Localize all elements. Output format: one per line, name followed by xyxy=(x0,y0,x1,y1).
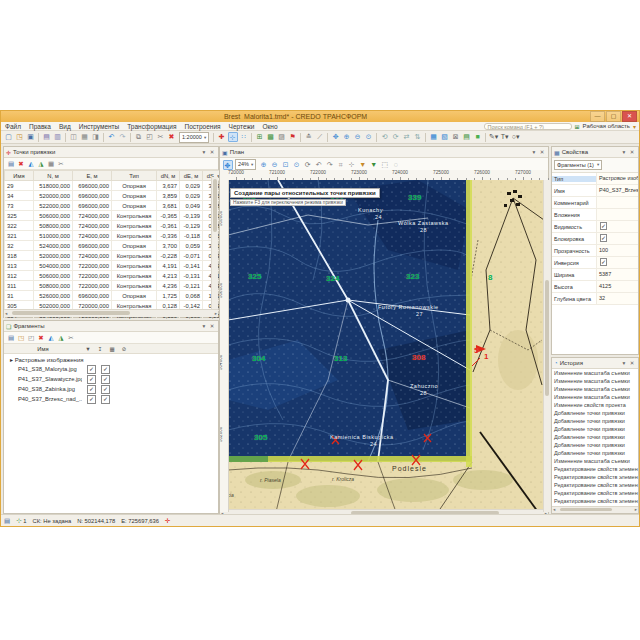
goto-fragment-icon[interactable]: ◭ xyxy=(47,333,56,342)
goto-point-icon[interactable]: ◭ xyxy=(27,159,36,168)
property-row[interactable]: Видимость✓ xyxy=(552,221,638,233)
zoom-window-icon[interactable]: ⊡ xyxy=(281,160,291,170)
find-fragment-icon[interactable]: ◮ xyxy=(57,333,66,342)
list-item[interactable]: P40_S37_Brzesc_nad_...✓✓ xyxy=(4,394,218,404)
map-point-label[interactable]: 304 xyxy=(252,354,265,363)
properties-object-select[interactable]: Фрагменты (1)▾ xyxy=(554,160,602,170)
plan-panel-header[interactable]: ▣ План ▾ ✕ xyxy=(220,147,548,158)
history-item[interactable]: Добавление точки привязки xyxy=(552,409,638,417)
map-point-label[interactable]: 324 xyxy=(326,274,339,283)
history-item[interactable]: Изменение масштаба съемки xyxy=(552,385,638,393)
history-item[interactable]: Изменение масштаба съемки xyxy=(552,369,638,377)
preview-icon[interactable]: ▦ xyxy=(80,132,90,142)
visible-checkbox[interactable]: ✓ xyxy=(87,385,96,394)
map-point-label[interactable]: 308 xyxy=(412,353,425,362)
history-item[interactable]: Изменение масштаба съемки xyxy=(552,377,638,385)
fragments-close-icon[interactable]: ✕ xyxy=(208,323,216,329)
print-icon[interactable]: ◫ xyxy=(69,132,79,142)
raster-icon[interactable]: ▩ xyxy=(266,132,276,142)
column-header[interactable]: E, м xyxy=(73,171,112,181)
flip-icon[interactable]: ⇄ xyxy=(402,132,412,142)
properties-pin-icon[interactable]: ▾ xyxy=(620,149,628,155)
clear-fragment-icon[interactable]: ✂ xyxy=(67,333,76,342)
refresh-map-icon[interactable]: ⟳ xyxy=(303,160,313,170)
property-row[interactable]: Вложения xyxy=(552,209,638,221)
anchor-points-panel-header[interactable]: ✛ Точки привязки ▾ ✕ xyxy=(4,147,218,158)
shape-menu-icon[interactable]: ○▾ xyxy=(511,132,521,142)
list-item[interactable]: P40_S38_Zabinka.jpg✓✓ xyxy=(4,384,218,394)
zoom-all-icon[interactable]: ⊙ xyxy=(364,132,374,142)
list-item[interactable]: P41_S37_Slawatycze.jpg✓✓ xyxy=(4,374,218,384)
delete-icon[interactable]: ✖ xyxy=(167,132,177,142)
fragments-group-row[interactable]: ▸ Растровые изображения xyxy=(4,354,218,364)
pair-points-icon[interactable]: ∷ xyxy=(239,132,249,142)
points-horizontal-scrollbar[interactable]: ◂▸ xyxy=(4,309,218,317)
property-row[interactable]: ИмяP40_S37_Brzesc... xyxy=(552,185,638,197)
property-checkbox[interactable]: ✓ xyxy=(600,222,607,230)
property-row[interactable]: Глубина цвета32 xyxy=(552,293,638,305)
map-point-label[interactable]: 325 xyxy=(248,272,261,281)
map-point-label[interactable]: 339 xyxy=(408,193,421,202)
rotate-right-icon[interactable]: ⟳ xyxy=(391,132,401,142)
pan-mode-icon[interactable]: ✥ xyxy=(223,160,233,170)
delete-row-icon[interactable]: ✖ xyxy=(17,159,26,168)
history-item[interactable]: Изменение масштаба съемки xyxy=(552,393,638,401)
frame-icon[interactable]: ⊞ xyxy=(255,132,265,142)
map-point-label[interactable]: 313 xyxy=(334,354,347,363)
panel-pin-icon[interactable]: ▾ xyxy=(200,149,208,155)
status-layer-icon[interactable]: ▤ xyxy=(4,517,10,525)
history-item[interactable]: Редактирование свойств элемен xyxy=(552,465,638,473)
locked-checkbox[interactable]: ✓ xyxy=(101,395,110,404)
map-canvas[interactable]: 508000506000504000502000 xyxy=(220,180,550,512)
prev-view-icon[interactable]: ↶ xyxy=(314,160,324,170)
command-search-input[interactable]: Поиск команд (F1 + ?) xyxy=(484,123,572,130)
history-horizontal-scrollbar[interactable]: ◂▸ xyxy=(552,506,638,513)
table-row[interactable]: 318520000,000724000,000Контрольная-0,228… xyxy=(5,251,226,261)
text-menu-icon[interactable]: T▾ xyxy=(500,132,510,142)
history-item[interactable]: Редактирование свойств элемен xyxy=(552,481,638,489)
maximize-button[interactable]: ▢ xyxy=(606,111,621,122)
find-point-icon[interactable]: ◮ xyxy=(37,159,46,168)
rotate-left-icon[interactable]: ⟲ xyxy=(380,132,390,142)
table-settings-icon[interactable]: ▦ xyxy=(47,159,56,168)
column-header[interactable]: N, м xyxy=(34,171,73,181)
copy-icon[interactable]: ⧉ xyxy=(134,132,144,142)
table-row[interactable]: 311508000,000722000,000Контрольная4,236-… xyxy=(5,281,226,291)
add-point-icon[interactable]: ✚ xyxy=(217,132,227,142)
zoom-in-map-icon[interactable]: ⊕ xyxy=(259,160,269,170)
minimize-button[interactable]: — xyxy=(590,111,605,122)
run-icon[interactable]: ⚑ xyxy=(288,132,298,142)
history-item[interactable]: Редактирование свойств элемен xyxy=(552,489,638,497)
layers-icon[interactable]: ▧ xyxy=(440,132,450,142)
history-item[interactable]: Изменение масштаба съемки xyxy=(552,457,638,465)
table-row[interactable]: 73522000,000696000,000Опорная3,6810,0493… xyxy=(5,201,226,211)
column-header[interactable]: dN, м xyxy=(157,171,180,181)
panel-close-icon[interactable]: ✕ xyxy=(208,149,216,155)
fragments-panel-header[interactable]: ❏ Фрагменты ▾ ✕ xyxy=(4,321,218,332)
map-point-label[interactable]: 5 xyxy=(474,346,478,355)
zoom-out-map-icon[interactable]: ⊖ xyxy=(270,160,280,170)
menu-инструменты[interactable]: Инструменты xyxy=(75,123,124,130)
line-icon[interactable]: ⟋ xyxy=(315,132,325,142)
history-item[interactable]: Редактирование свойств элемен xyxy=(552,473,638,481)
anchor-points-table[interactable]: ИмяN, мE, мТипdN, мdE, мdS, м 29518000,0… xyxy=(4,170,226,321)
draw-menu-icon[interactable]: ✎▾ xyxy=(489,132,499,142)
fragments-pin-icon[interactable]: ▾ xyxy=(200,323,208,329)
properties-panel-header[interactable]: ▦ Свойства ▾ ✕ xyxy=(552,147,638,158)
property-checkbox[interactable]: ✓ xyxy=(600,258,607,266)
table-icon[interactable]: ▦ xyxy=(429,132,439,142)
history-panel-header[interactable]: ◔ История ▾ ✕ xyxy=(552,358,638,369)
map-point-label[interactable]: 1 xyxy=(484,352,488,361)
undo-icon[interactable]: ↶ xyxy=(107,132,117,142)
legend-icon[interactable]: ▤ xyxy=(462,132,472,142)
locked-checkbox[interactable]: ✓ xyxy=(101,365,110,374)
lock-column-icon[interactable]: ↧ xyxy=(94,346,106,352)
history-item[interactable]: Редактирование свойств элемен xyxy=(552,497,638,505)
property-row[interactable]: ТипРастровое изоб... xyxy=(552,173,638,185)
open-file-icon[interactable]: ◳ xyxy=(15,132,25,142)
locked-checkbox[interactable]: ✓ xyxy=(101,385,110,394)
zoom-all-map-icon[interactable]: ⊙ xyxy=(292,160,302,170)
delete-fragment-icon[interactable]: ✖ xyxy=(37,333,46,342)
table-row[interactable]: 32524000,000696000,000Опорная3,7000,0593… xyxy=(5,241,226,251)
new-file-icon[interactable]: ▢ xyxy=(4,132,14,142)
